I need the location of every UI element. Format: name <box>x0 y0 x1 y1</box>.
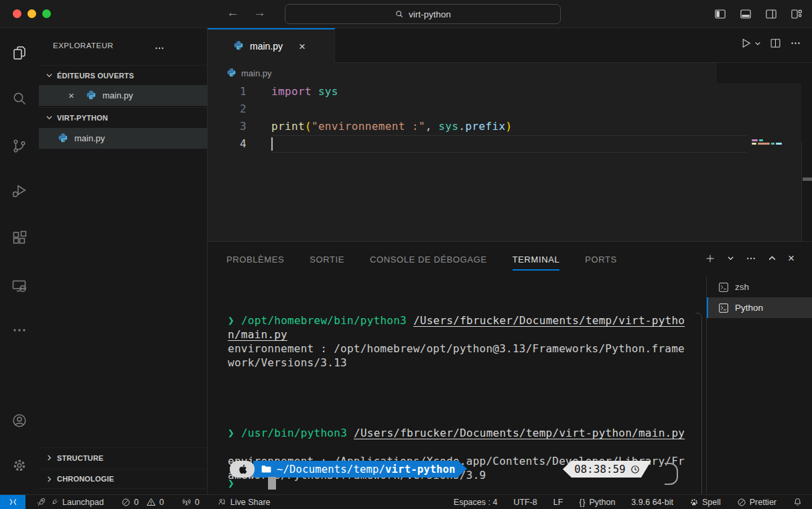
terminal-item-python[interactable]: Python <box>707 297 812 318</box>
clock-icon <box>630 465 640 474</box>
split-editor-icon[interactable] <box>770 38 781 49</box>
python-icon <box>226 68 236 78</box>
problems-item[interactable]: 0 0 <box>121 497 164 507</box>
terminal-cursor <box>268 477 276 490</box>
plug-icon <box>50 498 59 507</box>
line-number-current: 4 <box>208 135 247 153</box>
folder-icon <box>261 465 271 474</box>
maximize-panel-icon[interactable] <box>768 254 776 263</box>
notifications-bell-icon[interactable] <box>793 497 803 507</box>
scrollbar-thumb[interactable] <box>803 177 812 181</box>
tab-main-py[interactable]: main.py × <box>208 28 335 63</box>
section-label: VIRT-PYTHON <box>57 114 108 122</box>
editor-cursor <box>271 137 273 151</box>
sidebar-more-actions-icon[interactable] <box>154 43 165 54</box>
rocket-icon <box>36 497 46 507</box>
toggle-sidebar-icon[interactable] <box>714 8 726 20</box>
encoding-item[interactable]: UTF-8 <box>513 498 537 507</box>
prettier-item[interactable]: Prettier <box>737 498 776 507</box>
section-timeline[interactable]: CHRONOLOGIE <box>39 469 208 489</box>
toggle-secondary-sidebar-icon[interactable] <box>765 8 777 20</box>
live-share-icon <box>217 497 227 507</box>
line-number: 1 <box>208 83 247 100</box>
section-label: STRUCTURE <box>57 454 104 462</box>
customize-layout-icon[interactable] <box>791 8 803 20</box>
breadcrumb[interactable]: main.py <box>208 63 717 83</box>
eol-item[interactable]: LF <box>553 498 563 507</box>
source-control-icon[interactable] <box>11 138 27 154</box>
bottom-panel: PROBLÈMES SORTIE CONSOLE DE DÉBOGAGE TER… <box>208 241 812 494</box>
status-bar: Launchpad 0 0 0 Live Share Espaces : 4 U… <box>0 494 812 509</box>
editor-more-icon[interactable] <box>790 38 801 49</box>
settings-gear-icon[interactable] <box>11 457 27 474</box>
terminal-dropdown-icon[interactable] <box>727 254 734 262</box>
title-bar: ← → virt-python <box>0 0 812 28</box>
code-line: print("environnement :", sys.prefix) <box>271 118 512 135</box>
close-panel-icon[interactable]: × <box>788 252 795 264</box>
prettier-check-icon <box>737 498 746 507</box>
chevron-down-icon <box>46 72 53 79</box>
run-debug-icon[interactable] <box>11 183 27 199</box>
terminal-line: ❯/opt/homebrew/bin/python3/Users/fbrucke… <box>228 313 685 328</box>
line-number: 2 <box>208 100 247 118</box>
panel-tab-output[interactable]: SORTIE <box>310 242 344 277</box>
section-workspace[interactable]: VIRT-PYTHON <box>39 107 208 127</box>
editor-group: main.py × main.py 1 import <box>208 28 812 241</box>
run-button[interactable] <box>740 38 761 49</box>
remote-explorer-icon[interactable] <box>11 278 27 294</box>
prompt-frame-decoration <box>665 463 678 485</box>
new-terminal-icon[interactable] <box>705 253 716 264</box>
os-segment <box>230 461 255 478</box>
file-item-main-py[interactable]: main.py <box>39 128 208 149</box>
back-button[interactable]: ← <box>226 5 239 20</box>
command-center-search[interactable]: virt-python <box>285 4 561 24</box>
ports-broadcast-item[interactable]: 0 <box>182 497 200 507</box>
search-icon <box>395 9 404 19</box>
command-guide-decoration <box>695 313 702 509</box>
search-view-icon[interactable] <box>11 90 27 106</box>
tab-close-icon[interactable]: × <box>299 41 306 52</box>
section-structure[interactable]: STRUCTURE <box>39 447 208 467</box>
forward-button[interactable]: → <box>253 5 266 20</box>
errors-icon <box>121 498 131 507</box>
terminal-item-zsh[interactable]: zsh <box>707 277 812 297</box>
code-area[interactable]: 1 import sys 2 3 print("environnement :"… <box>208 83 801 241</box>
vscode-window: ← → virt-python <box>0 0 812 509</box>
spell-checker-item[interactable]: Spell <box>689 498 721 507</box>
remote-indicator[interactable] <box>0 495 25 509</box>
panel-tab-debug-console[interactable]: CONSOLE DE DÉBOGAGE <box>370 242 487 277</box>
indentation-item[interactable]: Espaces : 4 <box>454 498 497 507</box>
panel-tab-ports[interactable]: PORTS <box>585 242 617 277</box>
spell-gear-icon <box>689 498 699 507</box>
braces-icon: {} <box>579 498 586 507</box>
close-icon[interactable]: × <box>68 90 79 101</box>
file-label: main.py <box>103 90 133 100</box>
code-line: import sys <box>271 83 338 100</box>
toggle-panel-icon[interactable] <box>740 8 752 20</box>
panel-tab-terminal[interactable]: TERMINAL <box>513 242 560 277</box>
panel-tab-problems[interactable]: PROBLÈMES <box>226 242 284 277</box>
traffic-light-minimize[interactable] <box>27 9 36 18</box>
traffic-light-close[interactable] <box>13 9 21 18</box>
section-label: CHRONOLOGIE <box>57 475 114 483</box>
explorer-icon[interactable] <box>11 45 27 61</box>
python-interpreter-item[interactable]: 3.9.6 64-bit <box>631 498 673 507</box>
remote-icon <box>8 497 18 507</box>
panel-more-icon[interactable] <box>746 253 756 264</box>
terminal-output[interactable]: ❯/opt/homebrew/bin/python3/Users/fbrucke… <box>208 277 706 495</box>
traffic-light-zoom[interactable] <box>42 9 51 18</box>
more-views-icon[interactable] <box>11 322 27 338</box>
terminal-item-label: zsh <box>735 282 749 292</box>
language-mode-item[interactable]: {} Python <box>579 498 615 507</box>
tab-label: main.py <box>250 41 283 52</box>
open-editor-item[interactable]: × main.py <box>39 85 208 106</box>
powerline-prompt: ~/Documents/temp/virt-python <box>228 461 467 478</box>
section-open-editors[interactable]: ÉDITEURS OUVERTS <box>39 65 208 85</box>
activity-bar <box>0 28 39 494</box>
extensions-icon[interactable] <box>11 230 27 246</box>
launchpad-item[interactable]: Launchpad <box>36 497 104 507</box>
time-segment: 08:38:59 <box>563 461 651 478</box>
terminal-prompt: ❯ <box>228 476 234 490</box>
live-share-item[interactable]: Live Share <box>217 497 271 507</box>
accounts-icon[interactable] <box>11 413 27 429</box>
